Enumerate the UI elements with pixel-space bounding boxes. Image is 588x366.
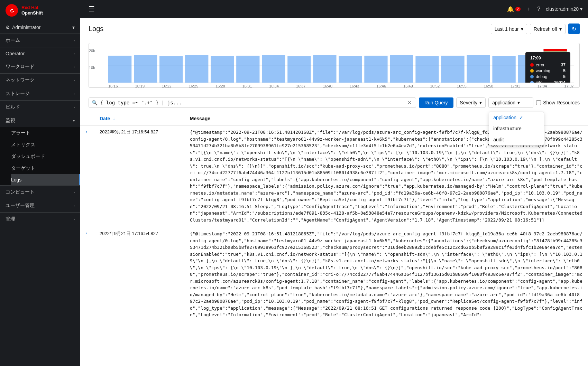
monitoring-label: 監視 bbox=[6, 118, 15, 124]
expand-button-1[interactable]: › bbox=[86, 231, 87, 236]
compute-chevron-icon: › bbox=[74, 190, 75, 194]
chart-inner: 17:09 error 37 warning 5 bbox=[108, 49, 574, 83]
topbar-left: ☰ bbox=[86, 2, 98, 16]
app-type-select[interactable]: application ▾ application ✓ infrastructu… bbox=[488, 97, 533, 108]
svg-rect-9 bbox=[236, 56, 259, 83]
x-label-17: 17:07 bbox=[564, 84, 574, 88]
svg-rect-12 bbox=[313, 55, 336, 83]
dropdown-item-infrastructure[interactable]: infrastructure bbox=[489, 123, 544, 134]
show-resources-wrap: Show Resources bbox=[536, 100, 580, 105]
audit-option-label: audit bbox=[493, 137, 504, 142]
targets-label: ターゲット bbox=[11, 165, 35, 171]
dropdown-item-audit[interactable]: audit bbox=[489, 134, 544, 145]
admin-chevron: ▾ bbox=[72, 25, 75, 30]
admin-nav-label: 管理 bbox=[6, 216, 15, 222]
sort-arrow-icon: ↓ bbox=[113, 116, 115, 121]
severity-select[interactable]: Severity ▾ bbox=[456, 97, 486, 108]
query-input[interactable] bbox=[99, 98, 405, 107]
chart-y-labels: 20k 10k bbox=[89, 49, 103, 83]
refresh-button[interactable]: ↻ bbox=[568, 24, 580, 34]
x-label-7: 16:37 bbox=[296, 84, 306, 88]
message-cell-1: {"@timestamp":"2022-09-21T08:16:51.48121… bbox=[184, 227, 588, 322]
sidebar-item-workload[interactable]: ワークロード › bbox=[0, 60, 80, 73]
time-picker-label: Last 1 hour bbox=[495, 26, 519, 32]
svg-rect-10 bbox=[262, 55, 285, 83]
message-col-label: Message bbox=[190, 116, 210, 121]
brand-openshift: OpenShift bbox=[21, 10, 43, 16]
sidebar-item-alerts[interactable]: アラート bbox=[11, 127, 80, 139]
operator-label: Operator bbox=[6, 51, 25, 56]
show-resources-checkbox[interactable] bbox=[536, 100, 541, 105]
plus-icon[interactable]: ＋ bbox=[526, 6, 532, 13]
sidebar-item-operator[interactable]: Operator › bbox=[0, 47, 80, 60]
topbar-right: 🔔 2 ＋ ? clusteradmin20 ▾ bbox=[507, 6, 582, 13]
redhat-logo-icon bbox=[6, 4, 18, 17]
x-label-10: 16:46 bbox=[376, 84, 386, 88]
expand-col-header bbox=[80, 112, 94, 125]
debug-dot-icon bbox=[530, 75, 534, 78]
svg-rect-15 bbox=[390, 55, 413, 83]
grid-icon: ⚙ bbox=[6, 25, 10, 30]
sidebar-item-storage[interactable]: ストレージ › bbox=[0, 87, 80, 100]
x-label-15: 17:01 bbox=[511, 84, 520, 88]
tooltip-info-label: info bbox=[536, 80, 552, 83]
error-dot-icon bbox=[530, 63, 534, 67]
main-area: ☰ 🔔 2 ＋ ? clusteradmin20 ▾ Logs Last 1 h… bbox=[80, 0, 588, 366]
sidebar-item-admin[interactable]: 管理 › bbox=[0, 213, 80, 226]
storage-chevron-icon: › bbox=[74, 92, 75, 96]
refresh-chevron-icon: ▾ bbox=[559, 26, 562, 32]
tooltip-warning-row: warning 5 bbox=[530, 68, 566, 73]
metrics-label: メトリクス bbox=[11, 142, 35, 147]
chart-tooltip: 17:09 error 37 warning 5 bbox=[525, 52, 570, 83]
sidebar-item-usermgmt[interactable]: ユーザー管理 › bbox=[0, 199, 80, 212]
svg-rect-7 bbox=[185, 55, 208, 83]
dashboard-label: ダッシュボード bbox=[11, 153, 45, 159]
chart-x-labels: 16:16 16:19 16:22 16:25 16:28 16:31 16:3… bbox=[108, 83, 574, 88]
sidebar-brand[interactable]: Red Hat OpenShift bbox=[0, 0, 80, 21]
svg-rect-16 bbox=[415, 56, 439, 83]
sidebar-item-build[interactable]: ビルド › bbox=[0, 101, 80, 114]
content-area: Logs Last 1 hour ▾ Refresh off ▾ ↻ 20k 1… bbox=[80, 18, 588, 366]
sidebar-item-logs[interactable]: Logs bbox=[11, 174, 80, 185]
run-query-button[interactable]: Run Query bbox=[419, 97, 453, 108]
svg-rect-23 bbox=[544, 51, 567, 51]
admin-selector[interactable]: ⚙ Administrator ▾ bbox=[0, 21, 80, 34]
user-menu[interactable]: clusteradmin20 ▾ bbox=[546, 6, 582, 12]
svg-rect-18 bbox=[467, 55, 490, 83]
sidebar-item-home[interactable]: ホーム › bbox=[0, 34, 80, 47]
query-clear-button[interactable]: ✕ bbox=[406, 99, 413, 106]
sidebar-item-monitoring[interactable]: 監視 ▾ bbox=[0, 114, 80, 127]
hamburger-icon[interactable]: ☰ bbox=[86, 2, 98, 16]
brand-text: Red Hat OpenShift bbox=[21, 5, 43, 16]
time-picker[interactable]: Last 1 hour ▾ bbox=[491, 24, 527, 34]
sidebar-item-metrics[interactable]: メトリクス bbox=[11, 139, 80, 151]
x-label-0: 16:16 bbox=[108, 84, 118, 88]
chart-container: 20k 10k bbox=[89, 43, 580, 88]
refresh-picker[interactable]: Refresh off ▾ bbox=[530, 24, 566, 34]
tooltip-debug-val: 5 bbox=[563, 74, 566, 79]
logs-label: Logs bbox=[11, 177, 21, 182]
show-resources-label: Show Resources bbox=[543, 100, 580, 105]
expand-button-0[interactable]: › bbox=[86, 129, 87, 134]
sidebar-item-dashboard[interactable]: ダッシュボード bbox=[11, 151, 80, 162]
monitoring-chevron-icon: ▾ bbox=[73, 119, 75, 123]
severity-label: Severity bbox=[460, 100, 478, 105]
network-chevron-icon: › bbox=[74, 78, 75, 82]
home-chevron-icon: › bbox=[74, 39, 75, 43]
username: clusteradmin20 bbox=[546, 6, 579, 12]
sidebar-item-compute[interactable]: コンピュート › bbox=[0, 186, 80, 199]
x-label-4: 16:28 bbox=[215, 84, 225, 88]
date-col-header[interactable]: Date ↓ bbox=[94, 112, 184, 125]
infrastructure-option-label: infrastructure bbox=[493, 126, 522, 131]
x-label-16: 17:04 bbox=[538, 84, 547, 88]
alerts-label: アラート bbox=[11, 130, 30, 135]
dropdown-item-application[interactable]: application ✓ bbox=[489, 112, 544, 123]
table-body: › 2022年9月21日 17:16:54.827 {"@timestamp":… bbox=[80, 125, 588, 322]
help-icon[interactable]: ? bbox=[537, 6, 540, 12]
sidebar-item-network[interactable]: ネットワーク › bbox=[0, 74, 80, 87]
sidebar-item-targets[interactable]: ターゲット bbox=[11, 162, 80, 174]
svg-rect-19 bbox=[492, 56, 515, 83]
home-label: ホーム bbox=[6, 37, 20, 44]
workload-label: ワークロード bbox=[6, 64, 35, 70]
notification-icon[interactable]: 🔔 2 bbox=[507, 6, 521, 12]
